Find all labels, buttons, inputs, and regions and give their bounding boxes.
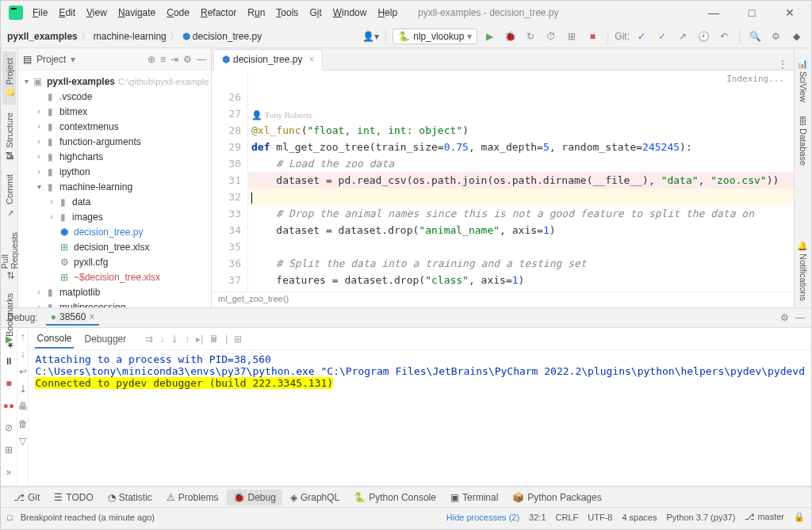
- menu-file[interactable]: File: [28, 4, 52, 21]
- editor-tabs-more[interactable]: ⋮: [772, 59, 794, 70]
- project-view-icon[interactable]: ▤: [23, 54, 32, 65]
- minimize-button[interactable]: —: [695, 1, 732, 25]
- collapse-all-icon[interactable]: ⇥: [170, 54, 178, 65]
- stop-debug-button[interactable]: ■: [1, 376, 17, 391]
- tree-folder[interactable]: ›▮matplotlib: [18, 284, 211, 299]
- btab-git[interactable]: ⎇ Git: [7, 490, 46, 505]
- git-push-icon[interactable]: ↗: [674, 28, 691, 45]
- tool-structure[interactable]: 🏗 Structure: [3, 106, 16, 166]
- down-stack-icon[interactable]: ↓: [21, 349, 25, 360]
- concurrency-button[interactable]: ⊞: [563, 28, 580, 45]
- editor-breadcrumb[interactable]: ml_get_zoo_tree(): [212, 292, 794, 307]
- menu-edit[interactable]: Edit: [54, 4, 80, 21]
- tree-folder[interactable]: ›▮data: [18, 194, 211, 209]
- tool-sciview[interactable]: 📊 SciView: [796, 51, 810, 109]
- project-settings-icon[interactable]: ⚙: [183, 54, 192, 65]
- btab-packages[interactable]: 📦 Python Packages: [506, 490, 607, 505]
- tree-folder[interactable]: ›▮multiprocessing: [18, 299, 211, 307]
- tree-folder[interactable]: ›▮bitmex: [18, 104, 211, 119]
- tree-folder[interactable]: ›▮contextmenus: [18, 119, 211, 134]
- debug-console[interactable]: Attaching to a process with PID=38,560 C…: [29, 350, 811, 486]
- filter-icon[interactable]: ▽: [19, 436, 26, 447]
- line-separator[interactable]: CRLF: [556, 513, 579, 522]
- breadcrumb-folder[interactable]: machine-learning: [94, 31, 167, 42]
- editor-tab[interactable]: ⬢decision_tree.py×: [213, 49, 323, 71]
- debug-more-button[interactable]: »: [1, 464, 17, 480]
- debug-button[interactable]: 🐞: [501, 28, 519, 45]
- btab-graphql[interactable]: ◈ GraphQL: [284, 490, 346, 505]
- btab-todo[interactable]: ☰ TODO: [48, 490, 99, 505]
- tree-file[interactable]: ⚙pyxll.cfg: [18, 254, 211, 269]
- tree-folder[interactable]: ›▮ipython: [18, 164, 211, 179]
- btab-statistic[interactable]: ◔ Statistic: [102, 490, 159, 505]
- debug-layout-button[interactable]: ⊞: [1, 442, 17, 458]
- menu-tools[interactable]: Tools: [271, 4, 303, 21]
- btab-python-console[interactable]: 🐍 Python Console: [347, 490, 442, 505]
- run-to-cursor-icon[interactable]: ▸|: [196, 334, 203, 345]
- menu-window[interactable]: Window: [328, 4, 372, 21]
- user-icon[interactable]: 👤▾: [362, 28, 379, 45]
- step-into-icon[interactable]: ↓: [159, 334, 164, 345]
- tree-folder[interactable]: ›▮images: [18, 209, 211, 224]
- evaluate-icon[interactable]: 🖩: [209, 334, 219, 345]
- git-branch[interactable]: ⎇ master: [745, 512, 784, 522]
- locate-icon[interactable]: ⊕: [147, 54, 155, 65]
- soft-wrap-icon[interactable]: ↩: [19, 366, 27, 377]
- close-button[interactable]: ✕: [772, 1, 808, 25]
- file-encoding[interactable]: UTF-8: [588, 513, 612, 522]
- git-history-icon[interactable]: 🕘: [695, 28, 712, 45]
- run-config-selector[interactable]: 🐍nlp_vlookup▾: [393, 29, 477, 44]
- git-update-icon[interactable]: ✓: [633, 28, 650, 45]
- indent-info[interactable]: 4 spaces: [622, 513, 657, 522]
- maximize-button[interactable]: □: [733, 1, 770, 25]
- debug-hide-icon[interactable]: —: [795, 312, 805, 323]
- breadcrumb-root[interactable]: pyxll_examples: [7, 31, 78, 42]
- step-over-icon[interactable]: ⇉: [145, 334, 153, 345]
- step-into-my-icon[interactable]: ⤓: [170, 334, 178, 345]
- coverage-button[interactable]: ↻: [522, 28, 539, 45]
- run-button[interactable]: ▶: [481, 28, 498, 45]
- print-icon[interactable]: 🖶: [18, 401, 28, 412]
- tree-file[interactable]: ⬢decision_tree.py: [18, 224, 211, 239]
- interpreter-info[interactable]: Python 3.7 (py37): [666, 513, 735, 522]
- git-rollback-icon[interactable]: ↶: [715, 28, 733, 45]
- hide-panel-icon[interactable]: —: [197, 54, 206, 65]
- menu-run[interactable]: Run: [243, 4, 270, 21]
- menu-navigate[interactable]: Navigate: [113, 4, 160, 21]
- tree-folder[interactable]: ›▮function-arguments: [18, 134, 211, 149]
- close-tab-icon[interactable]: ×: [308, 54, 314, 65]
- tree-file[interactable]: ⊞decision_tree.xlsx: [18, 239, 211, 254]
- search-icon[interactable]: 🔍: [746, 28, 764, 45]
- lock-icon[interactable]: 🔒: [794, 512, 805, 522]
- scroll-end-icon[interactable]: ⤓: [19, 383, 27, 395]
- menu-refactor[interactable]: Refactor: [196, 4, 241, 21]
- tree-file[interactable]: ⊞~$decision_tree.xlsx: [18, 269, 211, 284]
- btab-debug[interactable]: 🐞 Debug: [227, 490, 282, 505]
- profile-button[interactable]: ⏱: [542, 28, 560, 45]
- tool-database[interactable]: 🗄 Database: [797, 110, 810, 172]
- tab-debugger[interactable]: Debugger: [83, 330, 128, 348]
- tool-pull-requests[interactable]: ⇄ Pull Requests: [0, 226, 21, 285]
- btab-problems[interactable]: ⚠ Problems: [160, 490, 225, 505]
- tool-project[interactable]: 📁 Project: [2, 51, 16, 105]
- clear-icon[interactable]: 🗑: [18, 418, 28, 429]
- tool-bookmarks[interactable]: ★ Bookmarks: [2, 287, 16, 357]
- ide-features-icon[interactable]: ◆: [787, 28, 805, 45]
- caret-position[interactable]: 32:1: [529, 513, 546, 522]
- settings-icon[interactable]: ⚙: [767, 28, 784, 45]
- tree-root[interactable]: ▾▣pyxll-examplesC:\github\pyxll-example: [18, 74, 211, 89]
- step-out-icon[interactable]: ↑: [185, 334, 190, 345]
- hide-processes-link[interactable]: Hide processes (2): [446, 513, 519, 522]
- expand-all-icon[interactable]: ≡: [160, 54, 166, 65]
- tool-notifications[interactable]: 🔔 Notifications: [796, 234, 810, 307]
- menu-help[interactable]: Help: [373, 4, 402, 21]
- tree-folder[interactable]: ›▮highcharts: [18, 149, 211, 164]
- breadcrumb-file[interactable]: ⬢ decision_tree.py: [182, 31, 262, 42]
- debug-config[interactable]: ● 38560 ×: [46, 310, 100, 326]
- mute-breakpoints-button[interactable]: ⊘: [1, 420, 17, 436]
- view-breakpoints-button[interactable]: ●●: [1, 398, 17, 414]
- layout-icon[interactable]: ⊞: [234, 334, 242, 345]
- btab-terminal[interactable]: ▣ Terminal: [444, 490, 504, 505]
- tool-commit[interactable]: ✓ Commit: [2, 168, 16, 224]
- tree-folder[interactable]: ▮.vscode: [18, 89, 211, 104]
